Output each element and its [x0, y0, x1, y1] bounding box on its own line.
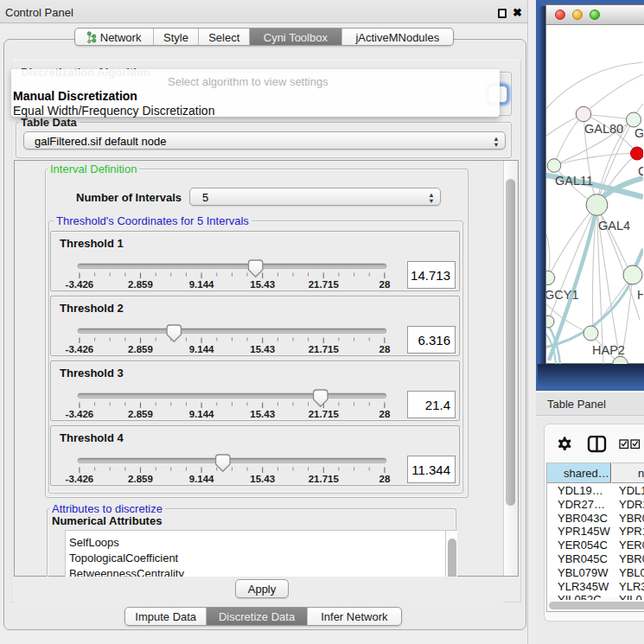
svg-text:2.859: 2.859 — [128, 474, 153, 484]
svg-text:15.43: 15.43 — [250, 409, 275, 419]
svg-text:9.144: 9.144 — [189, 279, 214, 290]
svg-text:9.144: 9.144 — [189, 409, 214, 419]
svg-text:9.144: 9.144 — [189, 474, 214, 484]
svg-text:28: 28 — [379, 474, 391, 484]
svg-text:15.43: 15.43 — [250, 279, 275, 290]
svg-text:GAL80: GAL80 — [584, 122, 623, 136]
svg-text:-3.426: -3.426 — [66, 344, 94, 354]
svg-text:2.859: 2.859 — [128, 344, 153, 354]
svg-text:9.144: 9.144 — [189, 344, 214, 354]
svg-text:2.859: 2.859 — [128, 279, 153, 290]
svg-text:GAL11: GAL11 — [555, 174, 593, 188]
svg-text:15.43: 15.43 — [250, 344, 275, 354]
svg-text:GCY1: GCY1 — [546, 288, 579, 302]
svg-text:GAL4: GAL4 — [598, 219, 630, 233]
svg-text:C: C — [638, 164, 643, 178]
svg-text:21.715: 21.715 — [309, 279, 340, 290]
svg-text:GA: GA — [634, 126, 643, 140]
svg-text:28: 28 — [379, 279, 391, 290]
svg-text:H: H — [637, 288, 643, 302]
svg-text:15.43: 15.43 — [250, 474, 275, 484]
svg-text:28: 28 — [379, 409, 391, 419]
svg-text:28: 28 — [379, 344, 391, 354]
svg-text:21.715: 21.715 — [309, 409, 340, 419]
svg-text:21.715: 21.715 — [309, 344, 340, 354]
svg-text:HAP2: HAP2 — [592, 343, 625, 357]
svg-text:-3.426: -3.426 — [66, 279, 94, 290]
svg-text:21.715: 21.715 — [309, 474, 340, 484]
svg-text:-3.426: -3.426 — [66, 409, 94, 419]
svg-text:-3.426: -3.426 — [66, 474, 94, 484]
svg-text:2.859: 2.859 — [128, 409, 153, 419]
